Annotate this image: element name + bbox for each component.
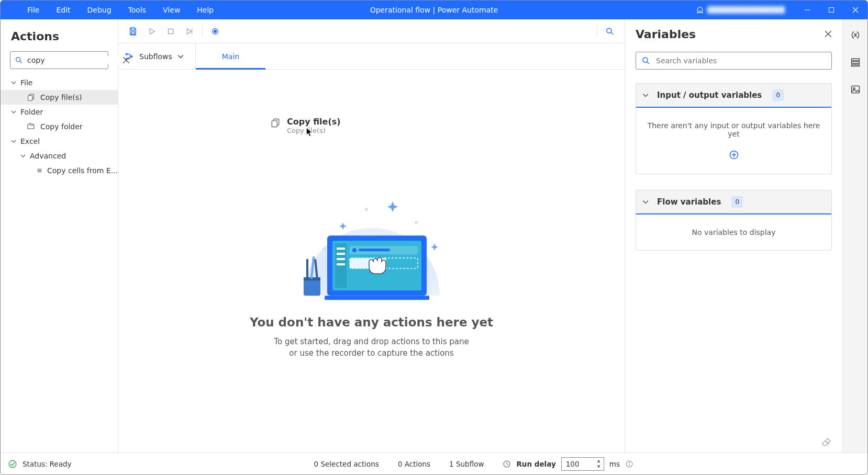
svg-line-5 [20,61,21,63]
chevron-down-icon [11,139,16,144]
variables-panel-title: Variables [636,28,825,41]
svg-marker-31 [431,243,438,251]
titlebar: File Edit Debug Tools View Help Operatio… [1,1,867,19]
designer-toolbar [118,19,625,43]
svg-point-24 [126,53,127,55]
selected-actions-count: 0 Selected actions [314,460,379,468]
actions-search-input[interactable] [27,56,118,64]
subflows-count: 1 Subflow [449,460,484,468]
empty-state: You don't have any actions here yet To g… [225,186,518,359]
actions-count: 0 Actions [398,460,430,468]
organization-icon [696,6,704,14]
chevron-down-icon [642,92,649,98]
stop-button[interactable] [161,22,180,41]
io-variables-count: 0 [772,89,784,101]
actions-group-label: Excel [20,137,40,145]
delay-decrement[interactable]: ▼ [595,464,603,470]
status-bar: Status: Ready 0 Selected actions 0 Actio… [1,453,867,474]
svg-rect-44 [337,247,345,250]
ui-elements-rail-button[interactable] [849,56,862,69]
svg-rect-47 [337,263,345,265]
svg-rect-50 [359,248,390,251]
save-button[interactable] [124,22,142,41]
io-variables-header[interactable]: Input / output variables 0 [636,84,831,108]
variables-search-input[interactable] [656,56,826,65]
menu-file[interactable]: File [19,1,48,19]
copy-files-icon [27,93,35,101]
svg-rect-43 [335,243,347,288]
copy-files-icon [270,118,281,128]
svg-rect-45 [337,253,345,255]
organization-pill[interactable]: ████████████████ [691,2,790,18]
run-button[interactable] [142,22,161,41]
run-delay-input[interactable]: 100 ▲▼ [561,457,604,471]
action-copy-files[interactable]: Copy file(s) [1,90,118,105]
subflows-dropdown[interactable]: Subflows [118,43,196,69]
action-copy-cells-excel[interactable]: Copy cells from E... [1,163,118,178]
action-copy-folder[interactable]: Copy folder [1,119,118,134]
close-window-button[interactable] [843,1,867,19]
empty-sub-1: To get started, drag and drop actions to… [274,337,469,346]
svg-rect-42 [325,296,429,300]
svg-rect-15 [131,31,135,34]
actions-group-file[interactable]: File [1,75,118,90]
io-variables-title: Input / output variables [657,91,762,100]
svg-line-60 [826,441,829,445]
svg-point-34 [323,247,326,250]
actions-group-label: File [20,78,32,87]
variables-rail-button[interactable] [849,29,862,41]
search-icon [641,56,651,65]
chevron-down-icon [11,109,16,115]
main-menu: File Edit Debug Tools View Help [1,1,222,19]
organization-name: ████████████████ [707,6,785,14]
status-ok-icon [8,459,17,469]
menu-help[interactable]: Help [188,1,222,19]
svg-rect-9 [28,96,32,100]
record-button[interactable] [206,22,225,41]
variables-search[interactable] [636,52,832,70]
svg-point-4 [16,58,20,62]
actions-search[interactable] [10,51,108,69]
empty-sub-2: or use the recorder to capture the actio… [289,348,453,358]
chevron-down-icon [642,199,649,205]
svg-rect-66 [851,86,859,93]
action-label: Copy cells from E... [47,166,118,175]
svg-rect-17 [169,29,173,33]
flow-variables-count: 0 [731,196,743,208]
actions-group-excel[interactable]: Excel [1,134,118,149]
svg-point-25 [126,58,127,60]
actions-subgroup-label: Advanced [30,152,66,160]
svg-rect-64 [851,62,859,63]
action-label: Copy folder [40,122,83,131]
run-delay-unit: ms [609,460,620,468]
step-button[interactable] [180,22,199,41]
menu-view[interactable]: View [154,1,188,19]
tab-main[interactable]: Main [196,43,265,69]
info-icon[interactable] [625,460,633,468]
eraser-icon[interactable] [821,437,832,447]
close-variables-button[interactable] [825,30,832,38]
flow-variables-header[interactable]: Flow variables 0 [636,190,831,214]
images-rail-button[interactable] [849,83,862,96]
canvas[interactable]: Copy file(s) Copy file(s) [118,70,625,453]
minimize-button[interactable] [795,1,819,19]
svg-point-22 [607,28,611,33]
canvas-search-button[interactable] [600,22,619,41]
svg-rect-28 [272,121,277,127]
actions-group-folder[interactable]: Folder [1,105,118,119]
actions-tree: File Copy file(s) Folder Copy fo [1,75,118,178]
svg-marker-16 [150,28,154,34]
add-io-variable-button[interactable] [729,150,739,160]
run-delay-value: 100 [566,460,580,468]
menu-debug[interactable]: Debug [79,1,120,19]
maximize-button[interactable] [819,1,843,19]
menu-tools[interactable]: Tools [120,1,155,19]
menu-edit[interactable]: Edit [48,1,79,19]
svg-marker-29 [387,201,398,212]
drag-preview-subtitle: Copy file(s) [287,127,341,134]
delay-increment[interactable]: ▲ [595,458,603,464]
actions-subgroup-advanced[interactable]: Advanced [1,149,118,163]
svg-point-21 [214,30,217,32]
clock-icon [503,460,511,468]
actions-group-label: Folder [20,108,43,116]
